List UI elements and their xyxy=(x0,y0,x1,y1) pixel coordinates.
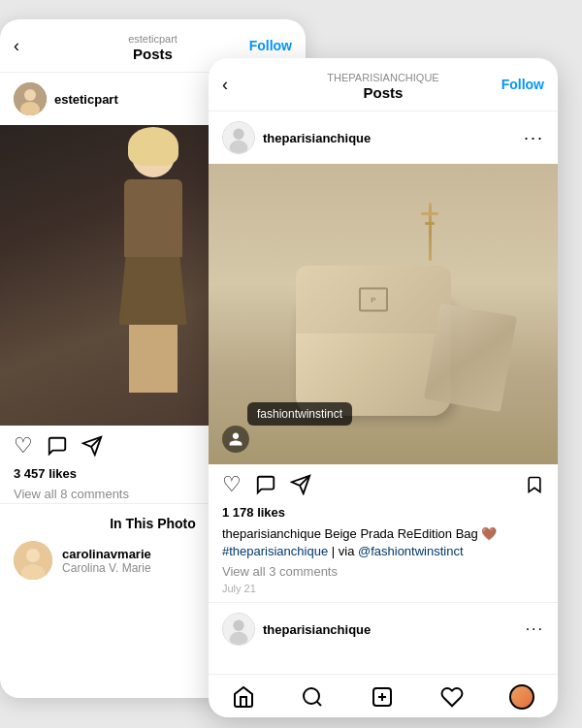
figure-legs xyxy=(129,325,178,393)
back-profile-left: esteticpart xyxy=(14,82,118,115)
front-comment-row: theparisianchique ··· xyxy=(209,603,558,655)
back-arrow-icon[interactable]: ‹ xyxy=(14,36,19,56)
front-hashtag[interactable]: #theparisianchique xyxy=(222,544,328,558)
bag-logo: P xyxy=(359,288,388,312)
front-mention[interactable]: @fashiontwinstinct xyxy=(358,544,464,558)
figure-head xyxy=(132,135,175,177)
svg-point-14 xyxy=(233,620,243,631)
front-comments[interactable]: View all 3 comments xyxy=(209,564,558,581)
svg-point-9 xyxy=(233,129,243,140)
figure xyxy=(95,135,211,416)
front-likes: 1 178 likes xyxy=(209,505,558,523)
front-profile-left: theparisianchique xyxy=(222,121,371,154)
back-avatar[interactable] xyxy=(14,82,47,115)
back-handle[interactable]: esteticpart xyxy=(54,92,118,107)
front-actions-bar: ♡ xyxy=(209,464,558,505)
bottom-nav xyxy=(209,674,558,717)
figure-body xyxy=(124,179,182,257)
nav-profile-avatar[interactable] xyxy=(509,684,534,710)
photo-person-handle: Carolina V. Marie xyxy=(62,561,151,575)
front-profile-row: theparisianchique ··· xyxy=(209,111,558,164)
front-comment-more-icon[interactable]: ··· xyxy=(526,620,544,638)
bag-flap: P xyxy=(296,266,451,333)
front-back-arrow-icon[interactable]: ‹ xyxy=(222,75,228,95)
front-date: July 21 xyxy=(209,581,558,602)
back-follow-button[interactable]: Follow xyxy=(249,38,292,53)
svg-point-6 xyxy=(26,549,40,562)
front-header: ‹ THEPARISIANCHIQUE Posts Follow xyxy=(209,58,558,111)
photo-person-name: carolinavmarie xyxy=(62,547,151,561)
front-share-icon[interactable] xyxy=(290,474,311,495)
front-caption-main: theparisianchique Beige Prada ReEdition … xyxy=(222,526,497,541)
figure-hair xyxy=(128,127,178,166)
svg-point-16 xyxy=(304,688,319,704)
figure-leg-right xyxy=(156,325,178,393)
front-bookmark-icon[interactable] xyxy=(525,474,544,495)
bag-accessory xyxy=(424,303,517,412)
bag-chain xyxy=(429,203,432,261)
front-more-icon[interactable]: ··· xyxy=(524,128,544,148)
front-follow-button[interactable]: Follow xyxy=(501,77,544,92)
front-commenter-avatar xyxy=(222,613,255,646)
front-avatar[interactable] xyxy=(222,121,255,154)
front-commenter-handle: theparisianchique xyxy=(263,622,371,637)
person-tag-icon[interactable] xyxy=(222,426,249,453)
back-comment-icon[interactable] xyxy=(47,435,68,457)
figure-skirt xyxy=(119,257,187,325)
nav-search-icon[interactable] xyxy=(301,685,324,709)
front-like-icon[interactable]: ♡ xyxy=(222,472,242,497)
front-card: ‹ THEPARISIANCHIQUE Posts Follow thepari… xyxy=(209,58,558,717)
nav-home-icon[interactable] xyxy=(232,685,255,709)
front-caption: theparisianchique Beige Prada ReEdition … xyxy=(209,523,558,564)
front-username: THEPARISIANCHIQUE xyxy=(224,72,542,83)
front-comment-icon[interactable] xyxy=(255,474,276,495)
front-title: Posts xyxy=(224,84,542,101)
nav-heart-icon[interactable] xyxy=(440,685,464,709)
front-via: | via xyxy=(332,544,358,558)
tag-overlay[interactable]: fashiontwinstinct xyxy=(247,402,352,426)
front-handle[interactable]: theparisianchique xyxy=(263,131,371,145)
photo-person-info: carolinavmarie Carolina V. Marie xyxy=(62,547,151,575)
nav-add-icon[interactable] xyxy=(371,685,394,709)
svg-line-17 xyxy=(317,702,321,706)
back-share-icon[interactable] xyxy=(81,435,103,457)
photo-person-avatar xyxy=(14,541,52,580)
svg-point-1 xyxy=(24,89,36,101)
figure-leg-left xyxy=(129,325,150,393)
back-like-icon[interactable]: ♡ xyxy=(14,433,33,459)
front-post-image: P fashiontwinstinct xyxy=(209,164,558,464)
